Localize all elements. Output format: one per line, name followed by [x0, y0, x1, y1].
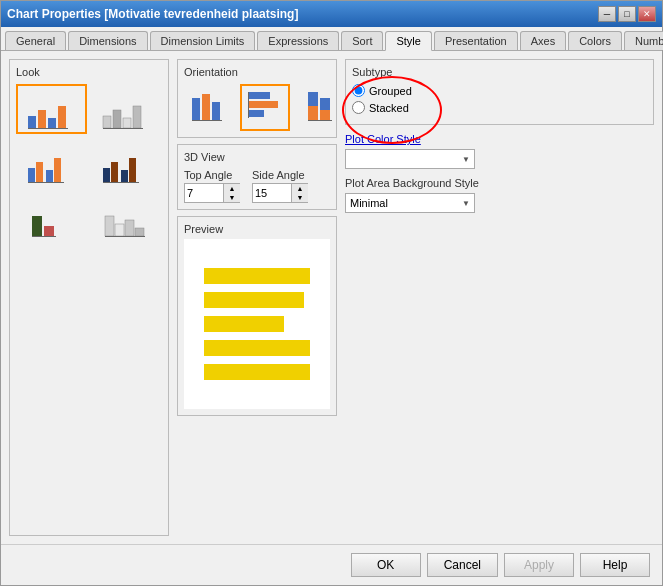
orientation-stacked[interactable] [296, 84, 346, 131]
orientation-options [184, 84, 330, 131]
look-panel: Look [9, 59, 169, 536]
preview-area [184, 239, 330, 409]
side-angle-btns: ▲ ▼ [291, 184, 308, 202]
main-window: Chart Properties [Motivatie tevredenheid… [0, 0, 663, 586]
look-icon-5 [101, 196, 153, 238]
tab-general[interactable]: General [5, 31, 66, 50]
svg-rect-0 [28, 116, 36, 128]
side-angle-input[interactable] [253, 184, 291, 202]
look-grid [16, 84, 162, 242]
bar-row-0 [204, 268, 310, 284]
svg-rect-31 [192, 120, 222, 121]
title-bar-controls: ─ □ ✕ [598, 6, 656, 22]
svg-rect-16 [111, 162, 118, 182]
top-angle-down[interactable]: ▼ [224, 193, 240, 202]
look-icon-1 [101, 88, 153, 130]
plot-bg-value: Minimal [350, 197, 470, 209]
top-angle-input[interactable] [185, 184, 223, 202]
look-icon-4 [26, 196, 78, 238]
svg-rect-21 [44, 226, 54, 236]
ok-button[interactable]: OK [351, 553, 421, 577]
svg-rect-3 [58, 106, 66, 128]
tab-dimensions[interactable]: Dimensions [68, 31, 147, 50]
svg-rect-14 [28, 182, 64, 183]
bar-row-3 [204, 340, 310, 356]
svg-rect-30 [212, 102, 220, 120]
svg-rect-34 [248, 110, 264, 117]
tab-number[interactable]: Number [624, 31, 663, 50]
svg-rect-7 [123, 118, 131, 128]
side-angle-up[interactable]: ▲ [292, 184, 308, 193]
subtype-options-wrap: Grouped Stacked [352, 84, 412, 118]
subtype-grouped-label: Grouped [369, 85, 412, 97]
look-item-2[interactable] [16, 138, 87, 188]
tab-presentation[interactable]: Presentation [434, 31, 518, 50]
svg-rect-18 [129, 158, 136, 182]
bar-3 [204, 340, 310, 356]
minimize-button[interactable]: ─ [598, 6, 616, 22]
window-title: Chart Properties [Motivatie tevredenheid… [7, 7, 298, 21]
orient-vertical-icon [188, 88, 230, 124]
svg-rect-26 [135, 228, 144, 236]
bar-0 [204, 268, 310, 284]
plot-color-dropdown[interactable] [345, 149, 475, 169]
svg-rect-39 [320, 110, 330, 120]
bar-1 [204, 292, 304, 308]
plot-color-label[interactable]: Plot Color Style [345, 133, 654, 145]
look-item-5[interactable] [91, 192, 162, 242]
apply-button[interactable]: Apply [504, 553, 574, 577]
plot-bg-dropdown[interactable]: Minimal [345, 193, 475, 213]
close-button[interactable]: ✕ [638, 6, 656, 22]
subtype-stacked-label: Stacked [369, 102, 409, 114]
tab-expressions[interactable]: Expressions [257, 31, 339, 50]
tab-colors[interactable]: Colors [568, 31, 622, 50]
side-angle-label: Side Angle [252, 169, 308, 181]
orientation-group: Orientation [177, 59, 337, 138]
look-item-1[interactable] [91, 84, 162, 134]
orientation-horizontal[interactable] [240, 84, 290, 131]
svg-rect-24 [115, 224, 124, 236]
subtype-grouped-row: Grouped [352, 84, 412, 97]
tab-dimension-limits[interactable]: Dimension Limits [150, 31, 256, 50]
help-button[interactable]: Help [580, 553, 650, 577]
top-angle-btns: ▲ ▼ [223, 184, 240, 202]
orientation-vertical[interactable] [184, 84, 234, 131]
look-icon-3 [101, 142, 153, 184]
plot-bg-section: Plot Area Background Style Minimal [345, 177, 654, 213]
top-angle-up[interactable]: ▲ [224, 184, 240, 193]
svg-rect-17 [121, 170, 128, 182]
middle-panel: Orientation [177, 59, 337, 536]
preview-bars [184, 258, 330, 390]
subtype-stacked-row: Stacked [352, 101, 412, 114]
svg-rect-23 [105, 216, 114, 236]
subtype-title: Subtype [352, 66, 647, 78]
svg-rect-29 [202, 94, 210, 120]
footer: OK Cancel Apply Help [1, 544, 662, 585]
tab-axes[interactable]: Axes [520, 31, 566, 50]
svg-rect-35 [248, 92, 249, 118]
tab-sort[interactable]: Sort [341, 31, 383, 50]
subtype-stacked-radio[interactable] [352, 101, 365, 114]
view3d-title: 3D View [184, 151, 330, 163]
look-item-4[interactable] [16, 192, 87, 242]
top-angle-group: Top Angle ▲ ▼ [184, 169, 240, 203]
view3d-row: Top Angle ▲ ▼ Side Angle [184, 169, 330, 203]
side-angle-down[interactable]: ▼ [292, 193, 308, 202]
orientation-title: Orientation [184, 66, 330, 78]
subtype-grouped-radio[interactable] [352, 84, 365, 97]
look-item-0[interactable] [16, 84, 87, 134]
maximize-button[interactable]: □ [618, 6, 636, 22]
look-item-3[interactable] [91, 138, 162, 188]
svg-rect-8 [133, 106, 141, 128]
cancel-button[interactable]: Cancel [427, 553, 498, 577]
bar-row-1 [204, 292, 310, 308]
top-angle-spinner: ▲ ▼ [184, 183, 240, 203]
svg-rect-25 [125, 220, 134, 236]
svg-rect-19 [103, 182, 139, 183]
tabs-container: General Dimensions Dimension Limits Expr… [1, 27, 662, 51]
view3d-group: 3D View Top Angle ▲ ▼ Side Angl [177, 144, 337, 210]
orient-horizontal-icon [244, 88, 286, 124]
tab-style[interactable]: Style [385, 31, 431, 51]
subtype-group: Subtype Grouped Stacked [345, 59, 654, 125]
bar-row-4 [204, 364, 310, 380]
